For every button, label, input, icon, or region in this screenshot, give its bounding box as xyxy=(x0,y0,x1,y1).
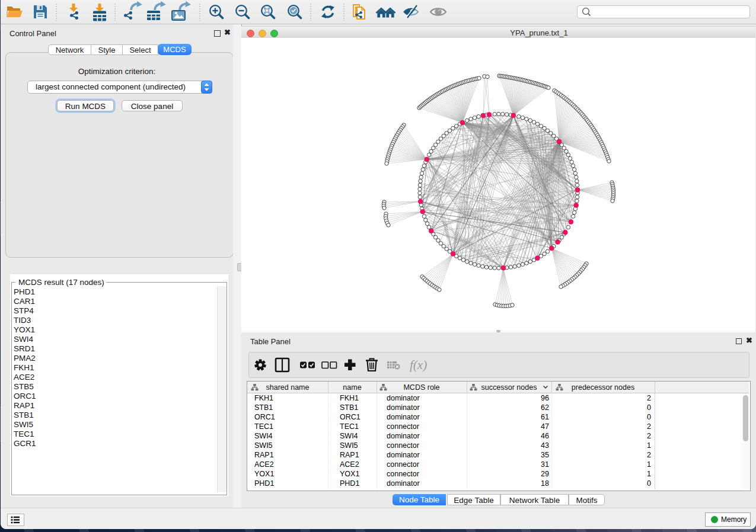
svg-text:f(x): f(x) xyxy=(410,358,427,372)
